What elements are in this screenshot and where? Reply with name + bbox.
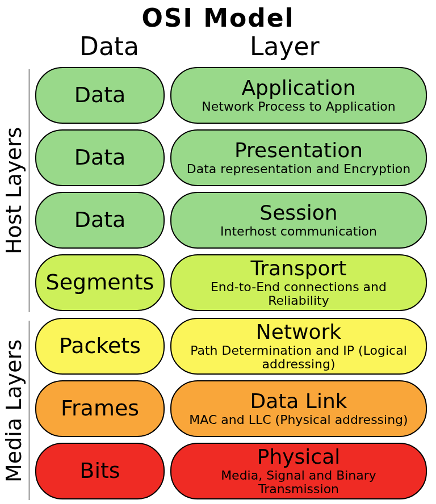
- layer-cell: Presentation Data representation and Enc…: [170, 129, 427, 186]
- column-header-layer: Layer: [250, 32, 320, 61]
- layer-cell: Network Path Determination and IP (Logic…: [170, 318, 427, 375]
- data-unit-text: Data: [74, 146, 126, 169]
- group-rule-host: [28, 69, 30, 312]
- layer-name: Network: [256, 321, 341, 343]
- layer-cell: Transport End-to-End connections and Rel…: [170, 254, 427, 311]
- osi-row-application: Data Application Network Process to Appl…: [35, 67, 433, 124]
- osi-row-network: Packets Network Path Determination and I…: [35, 318, 433, 375]
- data-unit-cell: Frames: [35, 380, 165, 437]
- data-unit-cell: Data: [35, 67, 165, 124]
- layer-desc: Network Process to Application: [202, 100, 395, 114]
- layer-name: Presentation: [234, 140, 363, 161]
- osi-row-datalink: Frames Data Link MAC and LLC (Physical a…: [35, 380, 433, 437]
- layer-desc: MAC and LLC (Physical addressing): [189, 413, 408, 427]
- layer-cell: Data Link MAC and LLC (Physical addressi…: [170, 380, 427, 437]
- osi-model-diagram: OSI Model Data Layer Host Layers Media L…: [0, 0, 436, 504]
- osi-row-presentation: Data Presentation Data representation an…: [35, 129, 433, 186]
- layer-name: Data Link: [250, 390, 347, 412]
- layer-desc: Path Determination and IP (Logical addre…: [182, 344, 416, 371]
- layer-cell: Session Interhost communication: [170, 192, 427, 249]
- osi-row-physical: Bits Physical Media, Signal and Binary T…: [35, 443, 433, 499]
- layer-cell: Physical Media, Signal and Binary Transm…: [170, 443, 427, 499]
- group-label-media: Media Layers: [1, 320, 26, 502]
- data-unit-text: Packets: [59, 335, 141, 358]
- data-unit-text: Frames: [61, 397, 139, 420]
- layer-name: Physical: [257, 446, 340, 468]
- data-unit-cell: Segments: [35, 254, 165, 311]
- layer-cell: Application Network Process to Applicati…: [170, 67, 427, 124]
- data-unit-text: Data: [74, 209, 126, 232]
- data-unit-cell: Packets: [35, 318, 165, 375]
- layer-desc: End-to-End connections and Reliability: [182, 280, 416, 308]
- layer-name: Transport: [251, 258, 347, 279]
- data-unit-text: Segments: [46, 271, 154, 294]
- osi-row-transport: Segments Transport End-to-End connection…: [35, 254, 433, 311]
- column-header-data: Data: [79, 32, 139, 61]
- layer-desc: Interhost communication: [220, 225, 377, 238]
- layer-name: Application: [241, 77, 355, 99]
- data-unit-cell: Bits: [35, 443, 165, 499]
- group-rule-media: [28, 321, 30, 500]
- group-label-host: Host Layers: [1, 67, 26, 314]
- layer-name: Session: [259, 202, 337, 224]
- layer-desc: Media, Signal and Binary Transmission: [182, 469, 416, 496]
- data-unit-text: Bits: [79, 460, 120, 482]
- data-unit-cell: Data: [35, 129, 165, 186]
- osi-row-session: Data Session Interhost communication: [35, 192, 433, 249]
- data-unit-text: Data: [74, 84, 126, 107]
- layer-desc: Data representation and Encryption: [187, 162, 410, 176]
- data-unit-cell: Data: [35, 192, 165, 249]
- diagram-title: OSI Model: [0, 3, 436, 32]
